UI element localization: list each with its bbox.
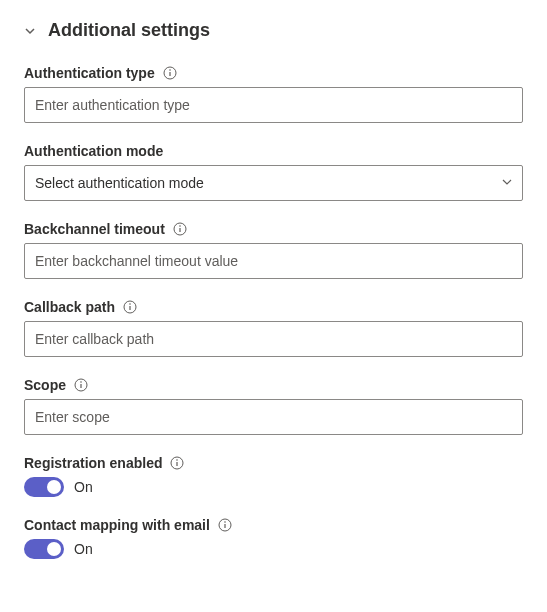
field-label: Authentication mode — [24, 143, 163, 159]
svg-rect-5 — [179, 228, 180, 232]
field-scope: Scope — [24, 377, 523, 435]
field-label: Registration enabled — [24, 455, 162, 471]
field-label: Authentication type — [24, 65, 155, 81]
field-label-row: Authentication mode — [24, 143, 523, 159]
contact-mapping-toggle[interactable] — [24, 539, 64, 559]
field-label: Callback path — [24, 299, 115, 315]
section-title: Additional settings — [48, 20, 210, 41]
info-icon[interactable] — [123, 300, 137, 314]
registration-enabled-toggle[interactable] — [24, 477, 64, 497]
field-authentication-type: Authentication type — [24, 65, 523, 123]
field-label-row: Callback path — [24, 299, 523, 315]
svg-point-1 — [169, 69, 171, 71]
svg-point-16 — [224, 521, 226, 523]
field-label-row: Registration enabled — [24, 455, 523, 471]
field-label: Contact mapping with email — [24, 517, 210, 533]
section-header: Additional settings — [24, 20, 523, 41]
svg-rect-2 — [169, 72, 170, 76]
chevron-down-icon[interactable] — [24, 25, 36, 37]
info-icon[interactable] — [218, 518, 232, 532]
field-label: Backchannel timeout — [24, 221, 165, 237]
toggle-thumb — [47, 480, 61, 494]
authentication-type-input[interactable] — [24, 87, 523, 123]
toggle-thumb — [47, 542, 61, 556]
svg-rect-11 — [80, 384, 81, 388]
toggle-state-label: On — [74, 541, 93, 557]
svg-point-13 — [177, 459, 179, 461]
svg-point-7 — [129, 303, 131, 305]
scope-input[interactable] — [24, 399, 523, 435]
backchannel-timeout-input[interactable] — [24, 243, 523, 279]
field-callback-path: Callback path — [24, 299, 523, 357]
field-label-row: Authentication type — [24, 65, 523, 81]
callback-path-input[interactable] — [24, 321, 523, 357]
info-icon[interactable] — [74, 378, 88, 392]
svg-rect-17 — [224, 524, 225, 528]
select-wrapper: Select authentication mode — [24, 165, 523, 201]
toggle-row: On — [24, 539, 523, 559]
authentication-mode-select[interactable]: Select authentication mode — [24, 165, 523, 201]
toggle-state-label: On — [74, 479, 93, 495]
field-label-row: Backchannel timeout — [24, 221, 523, 237]
field-contact-mapping: Contact mapping with email On — [24, 517, 523, 559]
field-label: Scope — [24, 377, 66, 393]
field-authentication-mode: Authentication mode Select authenticatio… — [24, 143, 523, 201]
svg-point-4 — [179, 225, 181, 227]
toggle-row: On — [24, 477, 523, 497]
field-label-row: Contact mapping with email — [24, 517, 523, 533]
svg-rect-14 — [177, 462, 178, 466]
field-backchannel-timeout: Backchannel timeout — [24, 221, 523, 279]
field-label-row: Scope — [24, 377, 523, 393]
svg-point-10 — [80, 381, 82, 383]
svg-rect-8 — [129, 306, 130, 310]
info-icon[interactable] — [170, 456, 184, 470]
field-registration-enabled: Registration enabled On — [24, 455, 523, 497]
info-icon[interactable] — [173, 222, 187, 236]
info-icon[interactable] — [163, 66, 177, 80]
